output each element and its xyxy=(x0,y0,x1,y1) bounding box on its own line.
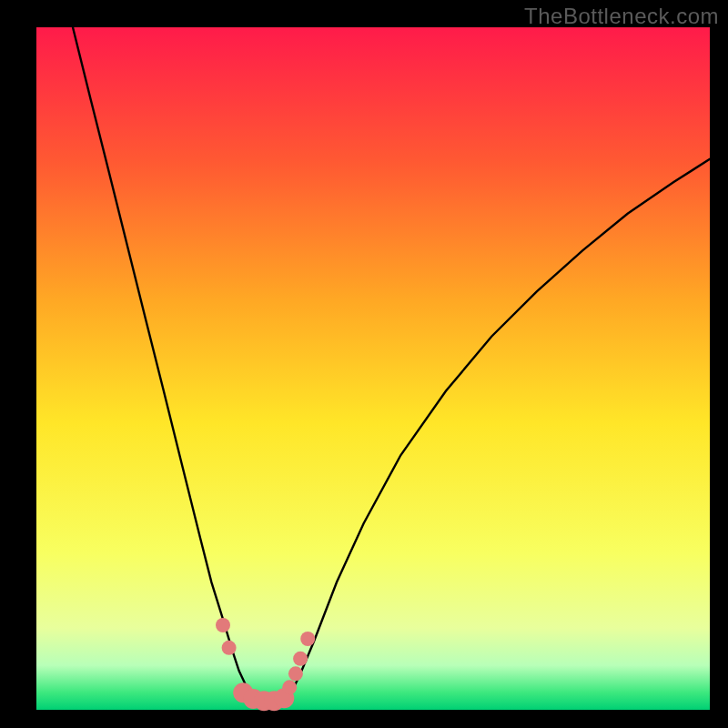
bottleneck-chart xyxy=(0,0,728,728)
chart-frame: { "watermark": "TheBottleneck.com", "cha… xyxy=(0,0,728,728)
highlight-point xyxy=(288,666,303,681)
gradient-background xyxy=(36,27,710,710)
watermark-text: TheBottleneck.com xyxy=(524,4,719,29)
highlight-point xyxy=(293,652,308,666)
highlight-point xyxy=(216,618,230,632)
highlight-point xyxy=(222,641,237,655)
highlight-point xyxy=(282,680,297,694)
highlight-point xyxy=(300,632,315,646)
